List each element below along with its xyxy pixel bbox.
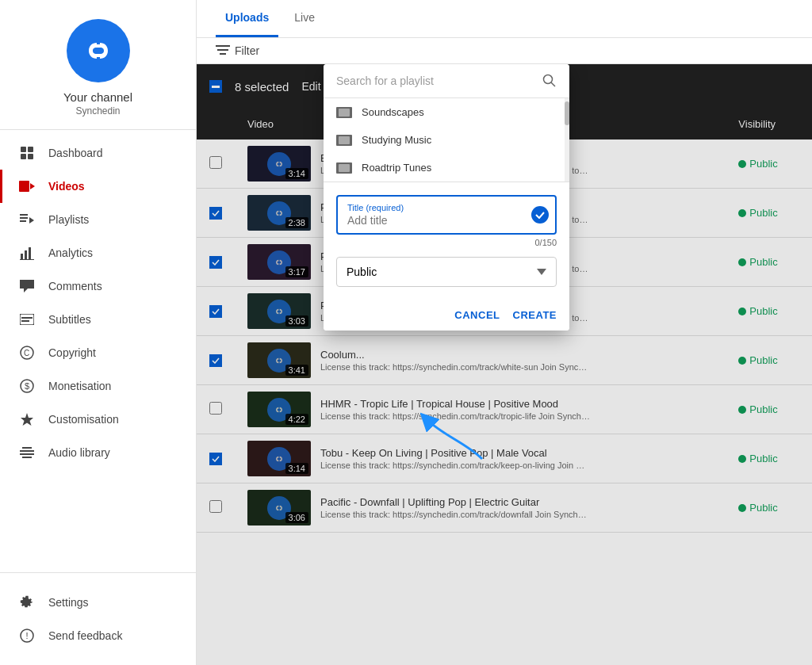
brand-sub: Synchedin bbox=[75, 105, 120, 117]
svg-rect-16 bbox=[21, 320, 29, 322]
brand-name: Your channel bbox=[63, 90, 132, 104]
svg-rect-0 bbox=[21, 147, 26, 152]
sidebar-label-monetisation: Monetisation bbox=[48, 380, 111, 392]
svg-rect-29 bbox=[220, 53, 226, 55]
subtitles-icon bbox=[18, 311, 36, 328]
main-toolbar: Filter bbox=[197, 38, 812, 64]
svg-text:C: C bbox=[24, 349, 29, 357]
playlist-thumb-icon bbox=[336, 107, 352, 118]
filter-label: Filter bbox=[235, 44, 259, 57]
svg-rect-14 bbox=[20, 314, 34, 325]
sidebar-label-settings: Settings bbox=[48, 596, 89, 609]
sidebar-label-audio-library: Audio library bbox=[48, 446, 110, 459]
svg-rect-21 bbox=[20, 450, 34, 452]
tab-uploads[interactable]: Uploads bbox=[216, 0, 278, 37]
svg-rect-2 bbox=[21, 154, 26, 159]
title-required-label: Title (required) bbox=[347, 203, 546, 212]
sidebar-item-analytics[interactable]: Analytics bbox=[0, 236, 196, 269]
sidebar-item-comments[interactable]: Comments bbox=[0, 269, 196, 303]
sidebar-label-videos: Videos bbox=[48, 180, 85, 193]
svg-rect-24 bbox=[22, 457, 32, 458]
create-button[interactable]: CREATE bbox=[513, 309, 557, 321]
main-content-area: Uploads Live Filter 8 selected Edit bbox=[197, 0, 812, 665]
svg-point-32 bbox=[544, 75, 553, 84]
svg-rect-28 bbox=[217, 49, 228, 51]
sidebar-label-playlists: Playlists bbox=[48, 213, 89, 226]
brand-section: Your channel Synchedin bbox=[0, 0, 196, 130]
svg-rect-13 bbox=[20, 259, 34, 260]
tab-live[interactable]: Live bbox=[285, 0, 324, 37]
sidebar-label-subtitles: Subtitles bbox=[48, 313, 91, 326]
sidebar-item-monetisation[interactable]: $ Monetisation bbox=[0, 369, 196, 403]
check-icon bbox=[531, 206, 549, 224]
analytics-icon bbox=[18, 244, 36, 262]
arrow-annotation bbox=[419, 411, 498, 475]
visibility-select[interactable]: Public Private Unlisted bbox=[336, 257, 557, 287]
settings-icon bbox=[18, 594, 36, 611]
popup-scrollbar[interactable] bbox=[565, 98, 569, 182]
svg-rect-3 bbox=[28, 154, 33, 159]
svg-rect-12 bbox=[29, 247, 31, 259]
filter-button[interactable]: Filter bbox=[216, 44, 259, 57]
sidebar-item-send-feedback[interactable]: ! Send feedback bbox=[16, 619, 180, 652]
search-icon bbox=[542, 74, 557, 88]
sidebar-item-subtitles[interactable]: Subtitles bbox=[0, 303, 196, 336]
playlist-nav-icon bbox=[18, 211, 36, 228]
popup-overlay: Soundscapes Studying Music bbox=[197, 64, 812, 665]
char-count: 0/150 bbox=[336, 238, 557, 247]
svg-rect-1 bbox=[28, 147, 33, 152]
sidebar-item-copyright[interactable]: C Copyright bbox=[0, 336, 196, 369]
svg-marker-9 bbox=[29, 217, 34, 224]
sidebar-label-send-feedback: Send feedback bbox=[48, 629, 122, 642]
sidebar-item-settings[interactable]: Settings bbox=[16, 586, 180, 619]
svg-text:$: $ bbox=[25, 381, 29, 391]
video-icon bbox=[18, 178, 36, 195]
svg-rect-27 bbox=[216, 45, 230, 47]
cancel-button[interactable]: CANCEL bbox=[454, 309, 500, 321]
popup-create-section: Title (required) 0/150 Public Private Un… bbox=[324, 182, 569, 300]
title-input-area: Title (required) bbox=[336, 195, 557, 235]
svg-rect-6 bbox=[20, 214, 28, 216]
playlist-title-input[interactable] bbox=[347, 214, 546, 227]
playlist-label: Soundscapes bbox=[362, 106, 424, 118]
customisation-icon bbox=[18, 411, 36, 428]
playlist-item-studying[interactable]: Studying Music bbox=[324, 126, 569, 154]
svg-rect-11 bbox=[25, 250, 27, 259]
monetisation-icon: $ bbox=[18, 377, 36, 395]
svg-marker-5 bbox=[30, 183, 35, 189]
main-tabs: Uploads Live bbox=[197, 0, 812, 38]
svg-rect-4 bbox=[19, 181, 29, 192]
scrollbar-thumb bbox=[565, 101, 569, 125]
svg-rect-35 bbox=[339, 136, 350, 144]
playlist-item-soundscapes[interactable]: Soundscapes bbox=[324, 98, 569, 126]
sidebar-item-playlists[interactable]: Playlists bbox=[0, 203, 196, 236]
comments-icon bbox=[18, 277, 36, 295]
filter-icon bbox=[216, 45, 230, 56]
copyright-icon: C bbox=[18, 344, 36, 361]
playlist-search-input[interactable] bbox=[336, 75, 542, 87]
playlist-list: Soundscapes Studying Music bbox=[324, 98, 569, 182]
svg-rect-8 bbox=[20, 220, 26, 222]
popup-search-section bbox=[324, 64, 569, 98]
svg-text:!: ! bbox=[26, 631, 29, 640]
sidebar-item-dashboard[interactable]: Dashboard bbox=[0, 136, 196, 170]
playlist-label-3: Roadtrip Tunes bbox=[362, 162, 431, 174]
sidebar-item-videos[interactable]: Videos bbox=[0, 170, 196, 203]
audio-icon bbox=[18, 444, 36, 461]
playlist-popup: Soundscapes Studying Music bbox=[324, 64, 569, 331]
svg-rect-15 bbox=[21, 317, 33, 319]
sidebar-item-audio-library[interactable]: Audio library bbox=[0, 436, 196, 469]
svg-rect-7 bbox=[20, 217, 28, 219]
sidebar-label-analytics: Analytics bbox=[48, 247, 93, 259]
playlist-thumb-icon-3 bbox=[336, 162, 352, 174]
svg-rect-22 bbox=[20, 453, 34, 455]
svg-rect-10 bbox=[21, 254, 23, 259]
playlist-thumb-icon-2 bbox=[336, 135, 352, 146]
sidebar-label-customisation: Customisation bbox=[48, 413, 119, 426]
svg-rect-34 bbox=[339, 109, 350, 117]
brand-logo bbox=[67, 19, 130, 82]
sidebar-item-customisation[interactable]: Customisation bbox=[0, 403, 196, 436]
playlist-item-roadtrip[interactable]: Roadtrip Tunes bbox=[324, 154, 569, 182]
popup-actions: CANCEL CREATE bbox=[324, 300, 569, 331]
svg-rect-36 bbox=[339, 164, 350, 172]
